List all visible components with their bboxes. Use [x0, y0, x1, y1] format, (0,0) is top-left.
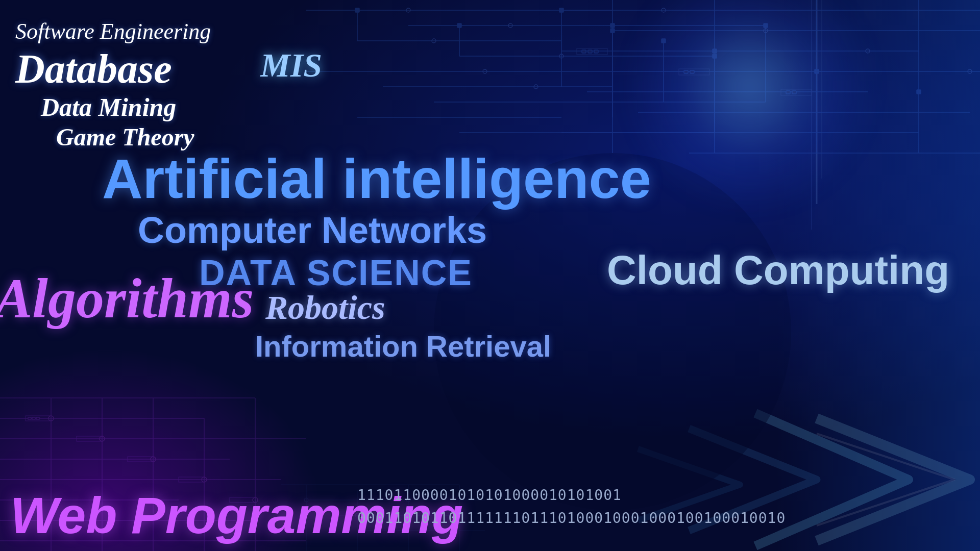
- term-information-retrieval: Information Retrieval: [255, 332, 551, 361]
- term-cloud-computing: Cloud Computing: [607, 250, 949, 291]
- term-mis: MIS: [260, 48, 322, 82]
- term-data-mining: Data Mining: [41, 94, 176, 120]
- term-software-engineering: Software Engineering: [15, 20, 211, 43]
- binary-string-1: 11101100001010101000010101001: [357, 488, 622, 503]
- word-cloud: Software Engineering Database Data Minin…: [0, 0, 980, 551]
- binary-string-2: 0001101011011111110111010001000100010010…: [357, 511, 786, 525]
- term-robotics: Robotics: [265, 291, 385, 324]
- term-computer-networks: Computer Networks: [138, 212, 487, 248]
- term-algorithms: Algorithms: [0, 270, 254, 327]
- term-database: Database: [15, 48, 172, 89]
- term-game-theory: Game Theory: [56, 125, 194, 149]
- term-artificial-intelligence: Artificial intelligence: [102, 151, 651, 207]
